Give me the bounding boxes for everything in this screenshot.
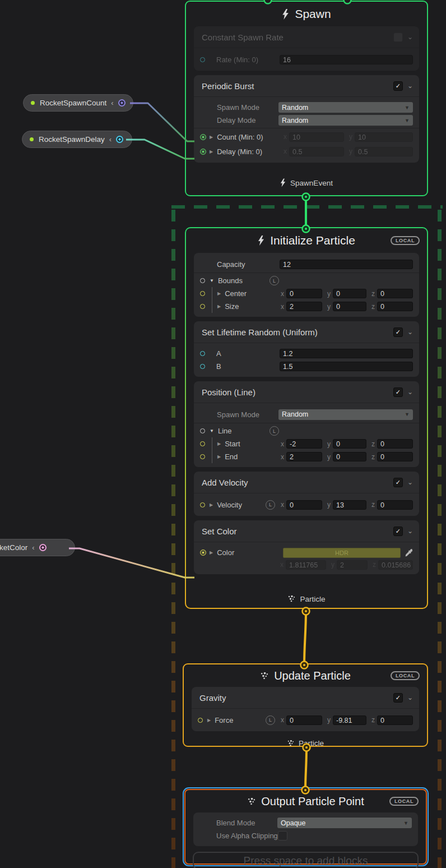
velocity-y-field[interactable]: 13 [333, 500, 366, 510]
lifetime-b-port[interactable] [200, 364, 205, 369]
parameter-output-port[interactable] [118, 99, 126, 107]
set-lifetime-checkbox[interactable]: ✓ [393, 327, 403, 337]
set-color-block[interactable]: Set Color ✓ ⌄ ▶ Color HDR [194, 520, 419, 574]
lifetime-a-field[interactable]: 1.2 [280, 349, 413, 358]
chevron-down-icon[interactable]: ⌄ [407, 82, 413, 90]
chevron-down-icon[interactable]: ⌄ [407, 328, 413, 336]
position-line-block[interactable]: Position (Line) ✓ ⌄ Spawn Mode Random ▼ [194, 381, 419, 467]
blend-mode-dropdown[interactable]: Opaque ▼ [277, 818, 412, 828]
velocity-port[interactable] [200, 502, 205, 507]
local-space-badge[interactable]: L [266, 500, 275, 510]
lifetime-a-port[interactable] [200, 351, 205, 356]
wire-rocketspawndelay-to-delay[interactable] [126, 140, 194, 159]
end-x-field[interactable]: 2 [286, 452, 322, 461]
end-z-field[interactable]: 0 [377, 452, 413, 461]
add-velocity-block[interactable]: Add Velocity ✓ ⌄ ▶ Velocity L x 0 y [194, 472, 419, 516]
add-blocks-placeholder[interactable]: Press space to add blocks [193, 852, 419, 868]
hdr-color-swatch[interactable]: HDR [283, 548, 401, 558]
collapse-triangle-icon[interactable]: ▼ [210, 428, 214, 433]
spawn-node[interactable]: Spawn Constant Spawn Rate ⌄ Rate (Min: 0… [185, 1, 428, 196]
expand-triangle-icon[interactable]: ▶ [217, 454, 221, 459]
chevron-left-icon[interactable]: ‹ [32, 543, 34, 552]
chevron-down-icon[interactable]: ⌄ [407, 694, 413, 701]
count-y-field[interactable]: 10 [355, 132, 413, 142]
expand-triangle-icon[interactable]: ▶ [217, 291, 221, 296]
line-start-port[interactable] [200, 441, 205, 446]
expand-triangle-icon[interactable]: ▶ [210, 502, 213, 507]
chevron-down-icon[interactable]: ⌄ [407, 527, 413, 535]
bounds-size-port[interactable] [200, 304, 205, 309]
line-end-port[interactable] [200, 454, 205, 459]
rate-port[interactable] [200, 57, 205, 62]
local-space-badge[interactable]: L [270, 276, 279, 285]
vfx-graph-canvas[interactable]: Spawn Constant Spawn Rate ⌄ Rate (Min: 0… [0, 0, 446, 868]
center-x-field[interactable]: 0 [286, 289, 322, 298]
velocity-z-field[interactable]: 0 [377, 500, 413, 510]
bounds-port[interactable] [200, 278, 205, 283]
size-y-field[interactable]: 0 [333, 302, 366, 311]
parameter-rocketspawndelay[interactable]: RocketSpawnDelay ‹ [22, 131, 132, 148]
chevron-left-icon[interactable]: ‹ [109, 135, 112, 144]
local-badge[interactable]: LOCAL [391, 236, 420, 245]
alpha-clipping-checkbox[interactable] [278, 831, 287, 841]
parameter-output-port[interactable] [116, 136, 123, 143]
delay-port[interactable] [200, 149, 206, 155]
output-settings-block[interactable]: Blend Mode Opaque ▼ Use Alpha Clipping [193, 812, 418, 846]
position-spawn-mode-dropdown[interactable]: Random ▼ [278, 409, 413, 420]
force-z-field[interactable]: 0 [377, 715, 413, 725]
size-z-field[interactable]: 0 [377, 302, 413, 311]
output-particle-node-selection[interactable]: Output Particle Point LOCAL Blend Mode O… [183, 787, 429, 866]
chevron-down-icon[interactable]: ⌄ [407, 33, 413, 41]
lifetime-b-field[interactable]: 1.5 [280, 362, 413, 371]
chevron-down-icon[interactable]: ⌄ [407, 478, 413, 486]
spawn-mode-dropdown[interactable]: Random ▼ [278, 102, 413, 113]
update-particle-node[interactable]: Update Particle LOCAL Gravity ✓ ⌄ ▶ Forc… [183, 663, 428, 747]
delay-x-field[interactable]: 0.5 [289, 147, 344, 156]
expand-triangle-icon[interactable]: ▶ [210, 135, 213, 140]
eyedropper-icon[interactable] [405, 549, 413, 557]
output-particle-node[interactable]: Output Particle Point LOCAL Blend Mode O… [184, 789, 427, 865]
parameter-rocketcolor[interactable]: RocketColor ‹ [0, 539, 75, 556]
position-line-checkbox[interactable]: ✓ [393, 387, 403, 397]
line-port[interactable] [200, 428, 205, 433]
capacity-bounds-block[interactable]: Capacity 12 ▼ Bounds L ▶ Center [194, 253, 419, 317]
start-y-field[interactable]: 0 [333, 439, 366, 449]
parameter-output-port[interactable] [39, 544, 47, 551]
force-x-field[interactable]: 0 [286, 715, 322, 725]
gravity-block[interactable]: Gravity ✓ ⌄ ▶ Force L x 0 y -9.81 z [192, 687, 419, 731]
velocity-x-field[interactable]: 0 [286, 500, 322, 510]
count-x-field[interactable]: 10 [289, 132, 344, 142]
chevron-left-icon[interactable]: ‹ [111, 99, 113, 107]
wire-update-to-output[interactable] [305, 747, 306, 790]
color-x-field[interactable]: 1.811765 [286, 560, 326, 570]
start-z-field[interactable]: 0 [377, 439, 413, 449]
end-y-field[interactable]: 0 [333, 452, 366, 461]
center-y-field[interactable]: 0 [333, 289, 366, 298]
center-z-field[interactable]: 0 [377, 289, 413, 298]
force-port[interactable] [198, 718, 203, 723]
force-y-field[interactable]: -9.81 [333, 715, 366, 725]
expand-triangle-icon[interactable]: ▶ [210, 550, 213, 555]
expand-triangle-icon[interactable]: ▶ [217, 441, 221, 446]
add-velocity-checkbox[interactable]: ✓ [393, 478, 403, 487]
local-badge[interactable]: LOCAL [391, 671, 420, 680]
expand-triangle-icon[interactable]: ▶ [207, 718, 211, 723]
rate-field[interactable]: 16 [280, 55, 413, 64]
set-color-checkbox[interactable]: ✓ [393, 527, 403, 536]
constant-spawn-rate-checkbox[interactable] [393, 33, 403, 42]
local-space-badge[interactable]: L [266, 715, 275, 725]
expand-triangle-icon[interactable]: ▶ [210, 149, 213, 154]
periodic-burst-checkbox[interactable]: ✓ [393, 81, 403, 91]
local-space-badge[interactable]: L [270, 426, 279, 436]
count-port[interactable] [200, 134, 206, 140]
color-z-field[interactable]: 0.015686 [378, 560, 413, 570]
constant-spawn-rate-block[interactable]: Constant Spawn Rate ⌄ Rate (Min: 0) 16 [194, 26, 419, 71]
periodic-burst-block[interactable]: Periodic Burst ✓ ⌄ Spawn Mode Random ▼ D… [194, 75, 419, 163]
chevron-down-icon[interactable]: ⌄ [407, 388, 413, 396]
color-y-field[interactable]: 2 [337, 560, 368, 570]
wire-rocketcolor-to-color[interactable] [69, 548, 194, 578]
wire-initialize-to-update[interactable] [304, 611, 306, 665]
size-x-field[interactable]: 2 [286, 302, 322, 311]
set-lifetime-block[interactable]: Set Lifetime Random (Uniform) ✓ ⌄ A 1.2 … [194, 321, 419, 377]
delay-y-field[interactable]: 0.5 [355, 147, 413, 156]
